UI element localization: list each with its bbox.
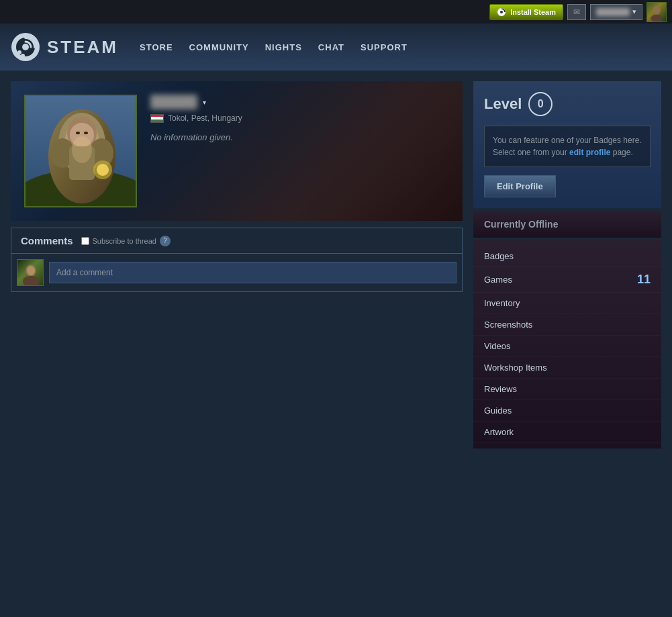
link-videos[interactable]: Videos [473, 336, 661, 357]
nav-support[interactable]: SUPPORT [359, 40, 409, 55]
install-steam-button[interactable]: Install Steam [489, 4, 563, 20]
comments-header: Comments Subscribe to thread ? [11, 228, 462, 254]
help-symbol: ? [163, 237, 167, 244]
offline-status-label: Currently Offline [484, 219, 558, 230]
steam-logo-icon [11, 32, 40, 62]
guides-label: Guides [484, 406, 512, 416]
nav-community[interactable]: COMMUNITY [188, 40, 250, 55]
help-badge[interactable]: ? [160, 236, 171, 246]
svg-point-1 [500, 11, 503, 13]
comment-input-row [11, 254, 462, 291]
workshop-label: Workshop Items [484, 363, 547, 373]
link-guides[interactable]: Guides [473, 400, 661, 422]
site-header: STEAM STORE COMMUNITY NIGHTS CHAT SUPPOR… [0, 23, 672, 70]
svg-point-28 [27, 266, 35, 275]
link-artwork[interactable]: Artwork [473, 422, 661, 443]
link-inventory[interactable]: Inventory [473, 293, 661, 314]
badge-feature-box: You can feature one of your Badges here.… [484, 126, 651, 167]
edit-profile-button[interactable]: Edit Profile [484, 175, 556, 197]
username-blurred [596, 8, 630, 16]
username-dropdown[interactable]: ▾ [590, 4, 642, 20]
games-count: 11 [637, 273, 651, 287]
link-screenshots[interactable]: Screenshots [473, 314, 661, 336]
top-avatar[interactable] [646, 2, 667, 22]
svg-point-17 [76, 132, 80, 134]
games-label: Games [484, 275, 512, 285]
svg-point-18 [84, 132, 88, 134]
link-reviews[interactable]: Reviews [473, 379, 661, 400]
edit-profile-link[interactable]: edit profile [569, 148, 610, 157]
profile-info: ▾ Tokol, Pest, Hungary No information gi… [150, 95, 449, 207]
comment-avatar-image [17, 260, 44, 286]
location-text: Tokol, Pest, Hungary [168, 113, 242, 123]
comment-input[interactable] [49, 262, 457, 283]
artwork-label: Artwork [484, 427, 514, 437]
profile-avatar-image [26, 96, 137, 207]
location-area: Tokol, Pest, Hungary [150, 113, 449, 123]
profile-layout: ▾ Tokol, Pest, Hungary No information gi… [11, 81, 661, 493]
profile-links: Badges Games 11 Inventory Screenshots Vi… [473, 240, 661, 448]
subscribe-area: Subscribe to thread ? [81, 236, 171, 246]
level-badge: 0 [528, 92, 553, 116]
main-nav: STORE COMMUNITY NIGHTS CHAT SUPPORT [138, 40, 409, 55]
hungary-flag [150, 114, 164, 123]
svg-point-3 [653, 5, 660, 14]
level-value: 0 [538, 98, 544, 110]
top-bar: Install Steam ✉ ▾ [0, 0, 672, 23]
right-column: Level 0 You can feature one of your Badg… [473, 81, 661, 493]
offline-section: Currently Offline [473, 211, 661, 238]
svg-point-4 [651, 14, 663, 21]
svg-point-7 [22, 44, 29, 50]
badge-hint-suffix: page. [610, 148, 632, 157]
level-label: Level [484, 95, 522, 113]
link-workshop[interactable]: Workshop Items [473, 357, 661, 379]
main-column: ▾ Tokol, Pest, Hungary No information gi… [11, 81, 463, 493]
flag-green-stripe [151, 120, 163, 122]
videos-label: Videos [484, 341, 511, 351]
link-games[interactable]: Games 11 [473, 267, 661, 293]
steam-icon-small [497, 7, 506, 17]
profile-header: ▾ Tokol, Pest, Hungary No information gi… [11, 81, 463, 221]
inventory-label: Inventory [484, 298, 520, 308]
svg-point-24 [97, 164, 109, 176]
screenshots-label: Screenshots [484, 320, 532, 330]
level-row: Level 0 [484, 92, 651, 116]
site-logo-text: STEAM [47, 37, 118, 58]
mail-button[interactable]: ✉ [567, 4, 586, 20]
nav-nights[interactable]: NIGHTS [264, 40, 303, 55]
top-avatar-image [647, 3, 666, 21]
page-content: ▾ Tokol, Pest, Hungary No information gi… [0, 70, 672, 504]
lower-area [11, 292, 463, 493]
no-info-text: No information given. [150, 132, 449, 142]
mail-icon: ✉ [573, 7, 580, 17]
svg-point-8 [17, 50, 21, 54]
svg-point-9 [21, 54, 25, 58]
comments-title: Comments [21, 235, 73, 246]
comments-section: Comments Subscribe to thread ? [11, 228, 463, 292]
link-badges[interactable]: Badges [473, 246, 661, 267]
nav-store[interactable]: STORE [138, 40, 175, 55]
profile-avatar [24, 95, 137, 207]
level-section: Level 0 You can feature one of your Badg… [473, 81, 661, 208]
reviews-label: Reviews [484, 384, 517, 394]
badges-label: Badges [484, 251, 514, 261]
nav-chat[interactable]: CHAT [317, 40, 346, 55]
subscribe-checkbox[interactable] [81, 237, 89, 245]
subscribe-label: Subscribe to thread [93, 237, 156, 245]
install-steam-label: Install Steam [510, 8, 556, 16]
profile-dropdown-arrow[interactable]: ▾ [203, 99, 206, 106]
username-area: ▾ [150, 95, 449, 109]
svg-point-22 [72, 136, 92, 163]
comment-avatar [17, 259, 44, 286]
username-dropdown-arrow: ▾ [632, 7, 636, 16]
logo-area: STEAM [11, 32, 118, 62]
username-blurred [150, 95, 197, 109]
